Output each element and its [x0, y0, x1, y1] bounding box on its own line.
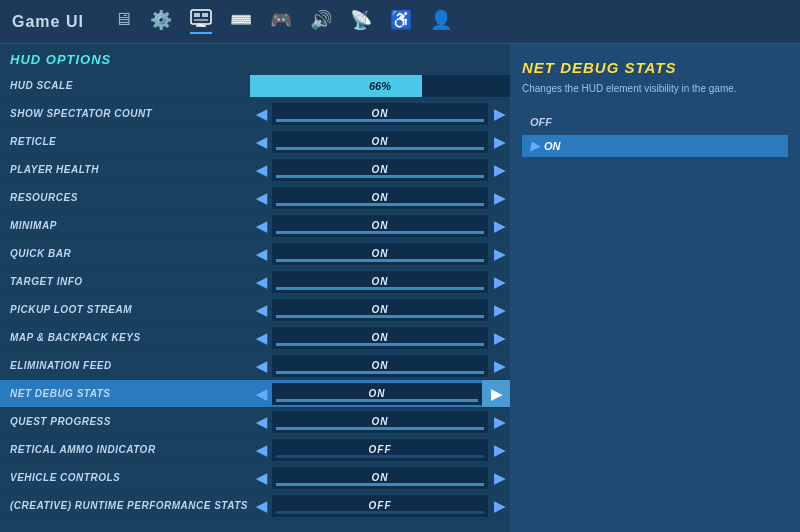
value-text: OFF — [369, 444, 392, 455]
row-control: ◀ON▶ — [250, 380, 510, 407]
row-label: SHOW SPECTATOR COUNT — [0, 108, 250, 119]
left-arrow-btn[interactable]: ◀ — [250, 436, 272, 464]
settings-row[interactable]: QUEST PROGRESS◀ON▶ — [0, 408, 510, 436]
left-arrow-btn[interactable]: ◀ — [250, 324, 272, 352]
hud-scale-label: HUD SCALE — [0, 80, 250, 91]
settings-row[interactable]: NET DEBUG STATS◀ON▶ — [0, 380, 510, 408]
main-container: HUD OPTIONS HUD SCALE 66% SHOW SPECTATOR… — [0, 44, 800, 532]
right-arrow-btn[interactable]: ▶ — [488, 324, 510, 352]
nav-icon-audio[interactable]: 🔊 — [310, 9, 332, 34]
row-control: ◀ON▶ — [250, 156, 510, 183]
settings-row[interactable]: PLAYER HEALTH◀ON▶ — [0, 156, 510, 184]
nav-icon-settings[interactable]: ⚙️ — [150, 9, 172, 34]
value-text: ON — [372, 416, 389, 427]
value-text: ON — [372, 248, 389, 259]
nav-icon-gameui[interactable] — [190, 9, 212, 34]
nav-icon-network[interactable]: 📡 — [350, 9, 372, 34]
value-text: ON — [372, 164, 389, 175]
left-arrow-btn[interactable]: ◀ — [250, 212, 272, 240]
row-label: VEHICLE CONTROLS — [0, 472, 250, 483]
option-arrow-icon: ▶ — [530, 139, 539, 153]
value-box: OFF — [272, 495, 488, 517]
nav-icon-monitor[interactable]: 🖥 — [114, 9, 132, 34]
settings-row[interactable]: QUICK BAR◀ON▶ — [0, 240, 510, 268]
row-control: ◀ON▶ — [250, 212, 510, 239]
right-arrow-btn[interactable]: ▶ — [488, 296, 510, 324]
value-box: ON — [272, 271, 488, 293]
right-arrow-btn[interactable]: ▶ — [488, 492, 510, 520]
svg-rect-3 — [194, 19, 208, 21]
left-arrow-btn[interactable]: ◀ — [250, 100, 272, 128]
value-text: ON — [372, 360, 389, 371]
detail-desc: Changes the HUD element visibility in th… — [522, 82, 788, 96]
top-nav: Game UI 🖥 ⚙️ ⌨️ 🎮 🔊 📡 ♿ 👤 — [0, 0, 800, 44]
right-arrow-btn[interactable]: ▶ — [488, 352, 510, 380]
row-control: ◀ON▶ — [250, 324, 510, 351]
row-control: ◀OFF▶ — [250, 492, 510, 519]
settings-row[interactable]: PICKUP LOOT STREAM◀ON▶ — [0, 296, 510, 324]
hud-scale-row: HUD SCALE 66% — [0, 72, 510, 100]
option-item[interactable]: OFF — [522, 112, 788, 132]
row-label: RETICLE — [0, 136, 250, 147]
right-arrow-btn[interactable]: ▶ — [488, 268, 510, 296]
settings-row[interactable]: SHOW SPECTATOR COUNT◀ON▶ — [0, 100, 510, 128]
value-box: OFF — [272, 439, 488, 461]
option-item[interactable]: ▶ON — [522, 135, 788, 157]
nav-icon-accessibility[interactable]: ♿ — [390, 9, 412, 34]
hud-scale-slider-container[interactable]: 66% — [250, 72, 510, 99]
row-label: MINIMAP — [0, 220, 250, 231]
row-control: ◀ON▶ — [250, 352, 510, 379]
right-arrow-btn[interactable]: ▶ — [488, 408, 510, 436]
right-arrow-btn[interactable]: ▶ — [488, 240, 510, 268]
row-label: NET DEBUG STATS — [0, 388, 250, 399]
left-arrow-btn[interactable]: ◀ — [250, 128, 272, 156]
settings-rows: SHOW SPECTATOR COUNT◀ON▶RETICLE◀ON▶PLAYE… — [0, 100, 510, 520]
row-control: ◀ON▶ — [250, 240, 510, 267]
settings-row[interactable]: RETICLE◀ON▶ — [0, 128, 510, 156]
left-arrow-btn[interactable]: ◀ — [250, 184, 272, 212]
settings-row[interactable]: ELIMINATION FEED◀ON▶ — [0, 352, 510, 380]
left-arrow-btn[interactable]: ◀ — [250, 296, 272, 324]
value-text: ON — [372, 192, 389, 203]
right-arrow-btn[interactable]: ▶ — [482, 380, 510, 407]
settings-row[interactable]: (CREATIVE) RUNTIME PERFORMANCE STATS◀OFF… — [0, 492, 510, 520]
option-label: ON — [544, 140, 561, 152]
left-arrow-btn[interactable]: ◀ — [250, 464, 272, 492]
settings-row[interactable]: VEHICLE CONTROLS◀ON▶ — [0, 464, 510, 492]
hud-scale-slider[interactable]: 66% — [250, 75, 510, 97]
left-arrow-btn[interactable]: ◀ — [250, 492, 272, 520]
row-label: PICKUP LOOT STREAM — [0, 304, 250, 315]
settings-row[interactable]: TARGET INFO◀ON▶ — [0, 268, 510, 296]
left-arrow-btn[interactable]: ◀ — [250, 380, 272, 408]
left-arrow-btn[interactable]: ◀ — [250, 352, 272, 380]
value-box: ON — [272, 327, 488, 349]
row-label: RESOURCES — [0, 192, 250, 203]
right-arrow-btn[interactable]: ▶ — [488, 100, 510, 128]
left-arrow-btn[interactable]: ◀ — [250, 268, 272, 296]
settings-row[interactable]: MAP & BACKPACK KEYS◀ON▶ — [0, 324, 510, 352]
svg-rect-1 — [194, 13, 200, 17]
nav-icon-controller[interactable]: 🎮 — [270, 9, 292, 34]
row-label: QUICK BAR — [0, 248, 250, 259]
value-text: ON — [372, 332, 389, 343]
settings-row[interactable]: RESOURCES◀ON▶ — [0, 184, 510, 212]
right-arrow-btn[interactable]: ▶ — [488, 212, 510, 240]
left-arrow-btn[interactable]: ◀ — [250, 408, 272, 436]
nav-icon-keyboard[interactable]: ⌨️ — [230, 9, 252, 34]
value-box: ON — [272, 383, 482, 405]
settings-row[interactable]: RETICAL AMMO INDICATOR◀OFF▶ — [0, 436, 510, 464]
value-box: ON — [272, 355, 488, 377]
right-arrow-btn[interactable]: ▶ — [488, 156, 510, 184]
value-text: ON — [372, 276, 389, 287]
left-panel: HUD OPTIONS HUD SCALE 66% SHOW SPECTATOR… — [0, 44, 510, 532]
right-arrow-btn[interactable]: ▶ — [488, 464, 510, 492]
settings-row[interactable]: MINIMAP◀ON▶ — [0, 212, 510, 240]
right-arrow-btn[interactable]: ▶ — [488, 128, 510, 156]
left-arrow-btn[interactable]: ◀ — [250, 156, 272, 184]
nav-icon-account[interactable]: 👤 — [430, 9, 452, 34]
hud-scale-value: 66% — [250, 80, 510, 92]
right-arrow-btn[interactable]: ▶ — [488, 436, 510, 464]
right-arrow-btn[interactable]: ▶ — [488, 184, 510, 212]
value-box: ON — [272, 411, 488, 433]
left-arrow-btn[interactable]: ◀ — [250, 240, 272, 268]
